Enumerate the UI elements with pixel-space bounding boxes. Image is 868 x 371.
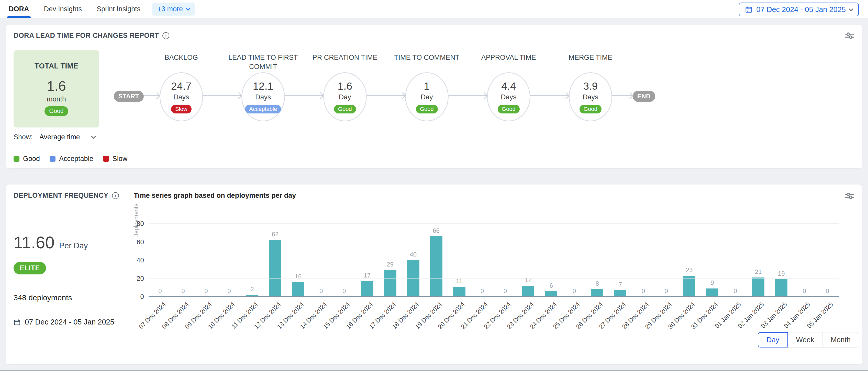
more-tabs-chip[interactable]: +3 more xyxy=(152,3,195,15)
deployment-rate-unit: Per Day xyxy=(59,241,88,250)
lead-time-panel-title: DORA LEAD TIME FOR CHANGES REPORT xyxy=(13,32,169,40)
stage-name: APPROVAL TIME xyxy=(472,53,546,72)
legend-swatch-acceptable xyxy=(50,156,56,162)
chart-plot-area: 007 Dec 2024008 Dec 2024009 Dec 2024010 … xyxy=(149,217,839,297)
info-icon[interactable] xyxy=(112,192,119,199)
flow-end-pill: END xyxy=(633,91,655,102)
deployments-bar xyxy=(292,282,304,297)
deployments-bar xyxy=(775,279,787,297)
tab-dev-insights[interactable]: Dev Insights xyxy=(44,0,82,18)
bar-cell: 015 Dec 2024 xyxy=(333,217,356,297)
day-button[interactable]: Day xyxy=(758,332,788,347)
deployments-bar xyxy=(545,291,557,297)
stage-circle: 3.9DaysGood xyxy=(569,72,612,122)
stage-status-badge: Acceptable xyxy=(245,105,281,113)
deployments-bar xyxy=(453,287,465,297)
stage-name: MERGE TIME xyxy=(553,53,628,72)
bar-cell: 2330 Dec 2024 xyxy=(678,217,701,297)
total-time-status-badge: Good xyxy=(44,106,68,116)
stats-date-range-text: 07 Dec 2024 - 05 Jan 2025 xyxy=(25,318,114,326)
week-button[interactable]: Week xyxy=(788,332,823,347)
panel-settings-button[interactable] xyxy=(845,32,855,39)
total-time-card: TOTAL TIME 1.6 month Good xyxy=(13,50,99,128)
chevron-down-icon xyxy=(848,6,853,11)
stage-circle: 1.6DayGood xyxy=(323,72,367,122)
tab-dora[interactable]: DORA xyxy=(9,0,29,18)
bar-value-label: 0 xyxy=(665,288,668,295)
stage-value: 4.4 xyxy=(501,80,516,92)
bar-value-label: 16 xyxy=(294,273,302,280)
deployments-bar xyxy=(614,290,626,297)
bar-cell: 022 Dec 2024 xyxy=(494,217,517,297)
legend-label: Acceptable xyxy=(59,155,93,163)
lead-time-title-text: DORA LEAD TIME FOR CHANGES REPORT xyxy=(13,32,159,40)
bar-value-label: 0 xyxy=(803,288,806,295)
bar-cell: 004 Jan 2025 xyxy=(793,217,816,297)
deployments-bar xyxy=(591,289,603,297)
stats-date-range: 07 Dec 2024 - 05 Jan 2025 xyxy=(13,318,134,326)
flow-start-pill: START xyxy=(114,91,144,102)
granularity-toggle: DayWeekMonth xyxy=(758,332,859,347)
stage-unit: Day xyxy=(339,93,351,101)
lead-time-flow-diagram: STARTBACKLOG24.7DaysSlowLEAD TIME TO FIR… xyxy=(114,50,855,163)
bar-cell: 1716 Dec 2024 xyxy=(356,217,379,297)
report-tabs: DORADev InsightsSprint Insights xyxy=(9,0,141,18)
bar-value-label: 21 xyxy=(755,268,762,275)
deployment-panel-title: DEPLOYMENT FREQUENCY xyxy=(13,192,134,200)
y-tick-label: 0 xyxy=(141,293,144,301)
bar-value-label: 6 xyxy=(550,282,553,289)
gridline xyxy=(149,296,839,297)
deployments-bar xyxy=(683,276,695,297)
stage-name: BACKLOG xyxy=(144,53,218,72)
bar-value-label: 8 xyxy=(596,280,599,287)
deployments-bar xyxy=(430,236,442,297)
total-time-label: TOTAL TIME xyxy=(34,62,78,70)
y-tick-label: 40 xyxy=(136,256,144,264)
bar-cell: 931 Dec 2024 xyxy=(701,217,724,297)
stage-value: 24.7 xyxy=(171,80,191,92)
stage-approval-time: APPROVAL TIME4.4DaysGood xyxy=(487,53,530,122)
gridline xyxy=(149,278,839,278)
bar-cell: 624 Dec 2024 xyxy=(539,217,563,297)
stage-unit: Days xyxy=(255,93,271,101)
stage-circle: 12.1DaysAcceptable xyxy=(241,72,285,122)
bar-cell: 1120 Dec 2024 xyxy=(448,217,471,297)
flow-arrow xyxy=(285,95,323,96)
month-button[interactable]: Month xyxy=(822,332,859,347)
panel-settings-button[interactable] xyxy=(845,192,855,200)
bar-cell: 1223 Dec 2024 xyxy=(517,217,540,297)
y-tick-label: 80 xyxy=(136,220,144,228)
gridline xyxy=(149,260,839,260)
stage-value: 12.1 xyxy=(253,80,273,92)
chart-subtitle: Time series graph based on deployments p… xyxy=(134,192,296,200)
gridline xyxy=(149,242,839,242)
flow-arrow xyxy=(144,95,160,96)
info-icon[interactable] xyxy=(162,32,169,39)
bar-value-label: 62 xyxy=(272,231,279,238)
flow-arrow xyxy=(612,95,633,96)
stage-unit: Days xyxy=(501,93,517,101)
bar-cell: 6619 Dec 2024 xyxy=(425,217,448,297)
deployment-frequency-panel: DEPLOYMENT FREQUENCY Time series graph b… xyxy=(6,184,862,365)
stage-value: 3.9 xyxy=(583,80,598,92)
stage-status-badge: Slow xyxy=(171,105,191,113)
show-dropdown[interactable]: Average time xyxy=(39,133,95,141)
deployments-bar xyxy=(407,260,420,297)
bar-cell: 008 Dec 2024 xyxy=(172,217,195,297)
legend-item-good: Good xyxy=(13,155,40,163)
bar-value-label: 0 xyxy=(642,288,645,295)
bar-cell: 028 Dec 2024 xyxy=(632,217,655,297)
bar-value-label: 0 xyxy=(734,288,737,295)
bar-value-label: 0 xyxy=(503,288,507,295)
stage-lead-time-to-first-commit: LEAD TIME TO FIRST COMMIT12.1DaysAccepta… xyxy=(241,53,285,122)
deployment-rate-value: 11.60 xyxy=(13,233,55,252)
bar-cell: 005 Jan 2025 xyxy=(816,217,839,297)
date-range-picker[interactable]: 07 Dec 2024 - 05 Jan 2025 xyxy=(739,3,859,16)
stage-merge-time: MERGE TIME3.9DaysGood xyxy=(569,53,612,122)
bar-value-label: 23 xyxy=(686,267,693,274)
stage-status-badge: Good xyxy=(580,105,601,113)
chevron-down-icon xyxy=(186,6,190,10)
bar-cell: 025 Dec 2024 xyxy=(563,217,586,297)
date-range-text: 07 Dec 2024 - 05 Jan 2025 xyxy=(756,5,846,14)
tab-sprint-insights[interactable]: Sprint Insights xyxy=(97,0,141,18)
